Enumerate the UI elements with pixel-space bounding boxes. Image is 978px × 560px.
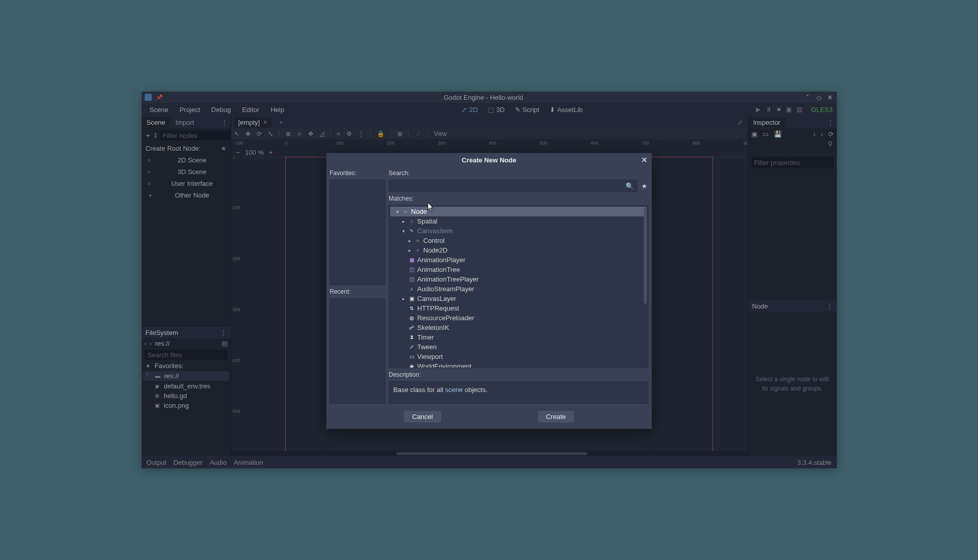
tree-row[interactable]: ◉WorldEnvironment bbox=[390, 361, 647, 368]
node-type-icon: ✎ bbox=[409, 228, 415, 234]
tree-caret-icon[interactable]: ▾ bbox=[395, 209, 400, 214]
tree-row[interactable]: ⇅HTTPRequest bbox=[390, 303, 647, 313]
dialog-title: Create New Node bbox=[462, 156, 517, 164]
tree-row[interactable]: ♪AudioStreamPlayer bbox=[390, 284, 647, 294]
tree-row[interactable]: ▸○Node2D bbox=[390, 245, 647, 255]
tree-row[interactable]: ⧗Timer bbox=[390, 332, 647, 342]
matches-scrollbar[interactable] bbox=[643, 206, 647, 367]
tree-row[interactable]: ▾○Node bbox=[390, 207, 647, 216]
recent-label: Recent: bbox=[330, 287, 386, 296]
matches-tree[interactable]: ▾○Node▸○Spatial▾✎CanvasItem▸○Control▸○No… bbox=[389, 205, 648, 368]
node-search-input[interactable] bbox=[392, 182, 626, 190]
tree-row-label: CanvasLayer bbox=[417, 295, 456, 302]
tree-row[interactable]: ▭Viewport bbox=[390, 352, 647, 361]
node-type-icon: ○ bbox=[409, 218, 415, 224]
dialog-close-icon[interactable]: ✕ bbox=[641, 156, 647, 164]
tree-caret-icon[interactable]: ▸ bbox=[401, 296, 406, 301]
create-button[interactable]: Create bbox=[538, 411, 574, 423]
tree-row-label: AnimationTree bbox=[417, 266, 460, 273]
tree-row-label: WorldEnvironment bbox=[417, 362, 472, 368]
app-window: 📌 Godot Engine - Hello-world ˅ ◇ ✕ Scene… bbox=[142, 92, 837, 468]
search-label: Search: bbox=[389, 169, 648, 178]
description-box: Base class for all scene objects. bbox=[389, 381, 648, 404]
tree-row[interactable]: ▸▣CanvasLayer bbox=[390, 294, 647, 303]
create-node-dialog: Create New Node ✕ Favorites: Recent: Sea… bbox=[326, 153, 652, 429]
tree-row-label: Node bbox=[411, 208, 427, 215]
tree-caret-icon[interactable]: ▾ bbox=[401, 229, 406, 234]
node-type-icon: ○ bbox=[415, 238, 421, 243]
node-type-icon: ⇅ bbox=[409, 305, 415, 311]
search-field-wrap: 🔍 bbox=[389, 180, 637, 192]
recent-list[interactable] bbox=[330, 298, 386, 404]
tree-row[interactable]: ☍SkeletonIK bbox=[390, 323, 647, 332]
node-type-icon: ⧗ bbox=[409, 334, 415, 341]
matches-label: Matches: bbox=[389, 194, 648, 203]
favorites-list[interactable] bbox=[330, 180, 386, 285]
tree-row[interactable]: ◫AnimationTreePlayer bbox=[390, 274, 647, 284]
favorites-label: Favorites: bbox=[330, 169, 386, 178]
node-type-icon: ◫ bbox=[409, 276, 415, 282]
description-label: Description: bbox=[389, 370, 648, 379]
tree-row-label: Control bbox=[423, 237, 445, 244]
tree-row-label: HTTPRequest bbox=[417, 304, 459, 312]
tree-caret-icon[interactable]: ▸ bbox=[407, 248, 412, 253]
node-type-icon: ☍ bbox=[409, 325, 415, 330]
tree-row[interactable]: ◍ResourcePreloader bbox=[390, 313, 647, 323]
cancel-button[interactable]: Cancel bbox=[404, 411, 441, 423]
tree-row[interactable]: ◫AnimationTree bbox=[390, 265, 647, 274]
node-type-icon: ♪ bbox=[409, 286, 415, 292]
tree-row-label: Node2D bbox=[423, 246, 448, 254]
node-type-icon: ▦ bbox=[409, 257, 415, 263]
node-type-icon: ◫ bbox=[409, 267, 415, 272]
node-type-icon: ◉ bbox=[409, 363, 415, 368]
node-type-icon: ○ bbox=[402, 209, 409, 214]
tree-row[interactable]: ▾✎CanvasItem bbox=[390, 226, 647, 236]
node-type-icon: ▭ bbox=[409, 354, 415, 359]
tree-row-label: Timer bbox=[417, 333, 434, 341]
tree-row-label: Tween bbox=[417, 343, 437, 351]
tree-row-label: ResourcePreloader bbox=[417, 314, 474, 322]
tree-row-label: AudioStreamPlayer bbox=[417, 285, 474, 293]
tree-row-label: Spatial bbox=[417, 217, 438, 225]
node-type-icon: ▣ bbox=[409, 296, 415, 301]
node-type-icon: ○ bbox=[415, 247, 421, 253]
tree-row-label: SkeletonIK bbox=[417, 324, 449, 331]
tree-caret-icon[interactable]: ▸ bbox=[401, 219, 406, 224]
dialog-overlay: Create New Node ✕ Favorites: Recent: Sea… bbox=[142, 92, 837, 468]
tree-row-label: AnimationTreePlayer bbox=[417, 275, 479, 283]
tree-row[interactable]: ▸○Spatial bbox=[390, 216, 647, 226]
tree-caret-icon[interactable]: ▸ bbox=[407, 238, 412, 243]
tree-row-label: CanvasItem bbox=[417, 227, 452, 235]
node-type-icon: ⤢ bbox=[409, 344, 415, 350]
tree-row[interactable]: ⤢Tween bbox=[390, 342, 647, 352]
tree-row-label: Viewport bbox=[417, 353, 443, 360]
tree-row-label: AnimationPlayer bbox=[417, 256, 466, 264]
favorite-toggle-icon[interactable]: ★ bbox=[640, 182, 648, 190]
search-icon: 🔍 bbox=[626, 182, 634, 190]
tree-row[interactable]: ▦AnimationPlayer bbox=[390, 255, 647, 265]
node-type-icon: ◍ bbox=[409, 315, 415, 321]
tree-row[interactable]: ▸○Control bbox=[390, 236, 647, 245]
